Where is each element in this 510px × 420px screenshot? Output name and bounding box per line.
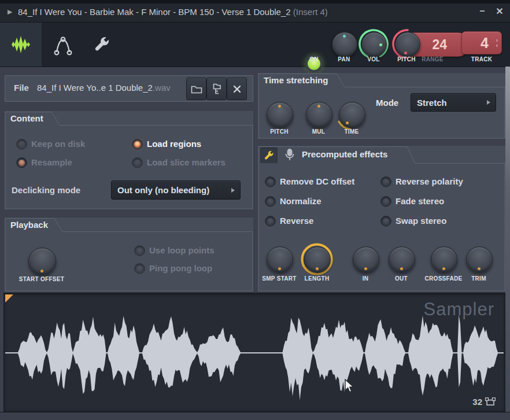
pitch-knob[interactable] [395,32,420,57]
check-reverse[interactable] [265,216,276,227]
track-stepper[interactable]: ›‹ [496,38,498,48]
file-group: File 84_If I Were Yo..e 1 Double_2.wav [5,75,253,102]
mode-label: Mode [376,98,398,108]
fx-mic-tab[interactable] [283,148,296,163]
close-button[interactable]: ✕ [493,6,507,17]
vol-indicator-dot [379,43,382,46]
envelope-icon [52,35,74,57]
start-offset-indicator-dot [40,270,43,272]
crossfade-knob[interactable] [431,246,457,273]
pitch-label: PITCH [394,56,419,62]
pan-indicator-dot [343,35,346,38]
check-reverse-label: Reverse [280,216,313,226]
radio-keep-on-disk[interactable] [16,139,27,150]
track-value: 4 [462,32,489,54]
microphone-icon [283,148,296,163]
folder-icon [191,84,202,94]
window-title: 84_If I Were You - Barbie Mak - F Minor … [18,7,328,17]
out-knob[interactable] [389,246,415,273]
ts-mul-indicator-dot [317,105,320,108]
region-box-icon [485,397,496,406]
start-offset-label: START OFFSET [13,276,71,282]
wrench-icon [263,150,275,161]
precomputed-effects-title: Precomputed effects [302,149,387,159]
radio-load-slice-markers-label: Load slice markers [147,157,226,167]
in-knob[interactable] [353,246,379,273]
radio-load-regions[interactable] [132,139,143,150]
check-fade-stereo[interactable] [380,196,391,207]
fx-wrench-tab[interactable] [260,148,278,163]
radio-ping-pong-loop-label: Ping pong loop [149,263,212,273]
ts-pitch-indicator-dot [278,105,281,108]
content-group-title: Content [10,113,43,123]
precomputed-effects-group: Precomputed effects Remove DC offset Rev… [258,146,505,292]
pitch-indicator-dot [404,51,407,54]
declicking-mode-dropdown[interactable]: Out only (no bleeding) [111,180,241,200]
smp-start-knob[interactable] [267,246,293,273]
radio-load-slice-markers[interactable] [132,157,143,168]
check-reverse-polarity-label: Reverse polarity [396,176,463,186]
smp-start-indicator-dot [278,267,281,270]
in-indicator-dot [364,267,367,270]
file-ext: .wav [153,83,171,93]
trim-indicator-dot [478,267,481,270]
check-normalize-label: Normalize [280,196,321,206]
radio-resample[interactable] [16,157,27,168]
vol-knob[interactable] [361,32,387,57]
crossfade-indicator-dot [442,267,445,270]
start-offset-knob[interactable] [28,248,56,275]
folder-tree-icon [211,83,223,95]
ts-pitch-knob[interactable] [267,102,293,128]
clear-sample-button[interactable] [227,78,247,100]
stretch-mode-value: Stretch [417,94,447,111]
check-reverse-polarity[interactable] [380,176,391,187]
declick-count-value: 32 [472,397,482,407]
length-knob[interactable] [304,246,331,273]
length-indicator-dot [316,267,319,270]
channel-toolbar: 24 ›‹ 4 ›‹ ON PAN VOL PITCH RANGE TRACK [0,23,510,67]
collapse-arrow-icon[interactable]: ▶ [8,8,12,15]
window-edge-strip [505,67,510,412]
time-stretching-group: Time stretching PITCH MUL TIME Mode Stre… [258,73,505,139]
file-name: 84_If I Were Yo..e 1 Double_2.wav [37,83,171,93]
track-stepper-down[interactable]: ‹ [496,43,498,48]
check-fade-stereo-label: Fade stereo [396,196,444,206]
ts-pitch-label: PITCH [262,128,297,135]
trim-knob[interactable] [466,246,493,273]
check-normalize[interactable] [265,196,276,207]
window-title-text: 84_If I Were You - Barbie Mak - F Minor … [18,7,291,17]
radio-load-regions-label: Load regions [147,139,201,149]
pan-knob[interactable] [332,32,357,57]
check-swap-stereo-label: Swap stereo [396,216,446,226]
tab-misc[interactable] [93,35,112,55]
track-value-box[interactable]: 4 ›‹ [461,31,502,54]
smp-start-label: SMP START [258,275,301,282]
playback-group: Playback START OFFSET Use loop points Pi… [5,218,253,292]
window-titlebar[interactable]: ▶ 84_If I Were You - Barbie Mak - F Mino… [0,0,510,23]
open-file-button[interactable] [186,78,206,100]
on-label: ON [302,56,326,62]
tab-envelope[interactable] [52,55,74,77]
declick-count: 32 [472,397,496,407]
check-swap-stereo[interactable] [380,216,391,227]
waveform-display[interactable]: Sampler 32 [3,293,505,412]
tab-sample[interactable] [0,23,42,67]
ts-mul-knob[interactable] [306,102,332,128]
ts-time-knob[interactable] [339,102,365,128]
wrench-icon [93,35,111,54]
check-remove-dc-offset-label: Remove DC offset [280,176,354,186]
check-remove-dc-offset[interactable] [265,176,276,187]
radio-ping-pong-loop[interactable] [134,263,145,274]
file-name-text: 84_If I Were Yo..e 1 Double_2 [37,83,153,93]
sampler-window: ▶ 84_If I Were You - Barbie Mak - F Mino… [0,0,510,420]
file-label: File [14,83,29,93]
declicking-mode-value: Out only (no bleeding) [117,181,209,199]
radio-keep-on-disk-label: Keep on disk [31,139,85,149]
pan-label: PAN [332,56,356,62]
stretch-mode-dropdown[interactable]: Stretch [411,93,496,112]
mouse-cursor [343,379,356,393]
dropdown-arrow-icon [487,100,490,105]
open-as-channel-button[interactable] [206,78,227,100]
radio-use-loop-points[interactable] [134,245,145,256]
minimize-button[interactable]: – [475,6,489,16]
